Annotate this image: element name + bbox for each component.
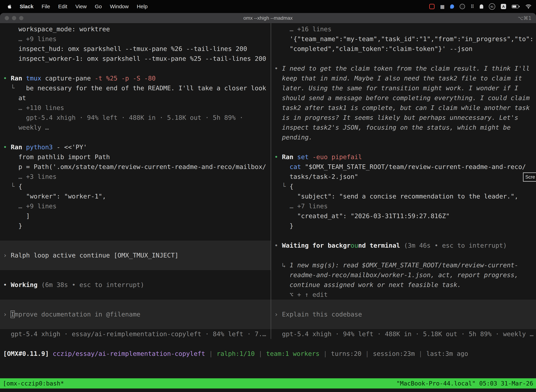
menu-item[interactable]: Edit [58, 4, 67, 9]
terminal-line [0, 290, 271, 300]
terminal-line: inspect_hud: omx sparkshell --tmux-pane … [0, 44, 271, 54]
terminal-line: inspect task2's JSON, focusing on the st… [271, 123, 536, 132]
window-title-bar[interactable]: omx --xhigh --madmax ⌥⌘1 [0, 13, 536, 23]
terminal-line: gpt-5.4 xhigh · essay/ai-reimplementatio… [0, 329, 271, 339]
terminal-line [271, 300, 536, 309]
terminal-line [271, 142, 536, 152]
menu-item[interactable]: Help [137, 4, 148, 9]
terminal-line: ⌥ + ↑ edit [271, 290, 536, 300]
omx-status-bar: [OMX#0.11.9] cczip/essay/ai-reimplementa… [0, 349, 536, 359]
terminal-line [0, 231, 271, 241]
ghost-icon[interactable] [480, 5, 483, 9]
terminal-line: should send a message before completing … [271, 93, 536, 103]
terminal-line [271, 54, 536, 64]
terminal-line: keep that in mind. Maybe I also need the… [271, 73, 536, 83]
close-window-button[interactable] [5, 16, 9, 20]
battery-icon[interactable] [512, 5, 520, 9]
terminal-line: cat "$OMX_TEAM_STATE_ROOT/team/review-cu… [271, 162, 536, 172]
window-shortcut-hint: ⌥⌘1 [518, 15, 531, 21]
screen-share-overlay-label: Scre [525, 174, 535, 180]
terminal-line: continue assigned work or next feasible … [271, 280, 536, 290]
terminal-line [271, 319, 536, 329]
terminal-line: pending. [271, 132, 536, 142]
terminal-line [271, 250, 536, 260]
terminal-line [0, 270, 271, 280]
terminal-line: • Ran python3 - <<'PY' [0, 142, 271, 152]
omx-session-status-line: [OMX#0.11.9] cczip/essay/ai-reimplementa… [0, 349, 536, 359]
menu-item[interactable]: Window [110, 4, 129, 9]
input-source-icon[interactable]: A [501, 4, 506, 9]
terminal-line: tasks/task-2.json" [271, 172, 536, 182]
terminal-line: from pathlib import Path [0, 152, 271, 162]
wifi-icon[interactable] [526, 4, 531, 9]
terminal-line: "completed","claim_token":"claim-token"}… [271, 44, 536, 54]
left-terminal-pane[interactable]: workspace_mode: worktree … +9 lines insp… [0, 23, 271, 339]
tmux-session-label: [omx-cczip0:bash* [3, 380, 64, 387]
terminal-line: • I need to get the claim token from the… [271, 64, 536, 73]
terminal-line: weekly … [0, 123, 271, 132]
blue-app-icon[interactable] [450, 5, 454, 9]
terminal-line [0, 132, 271, 142]
ralph-loop-status-line: › Ralph loop active continue [OMX_TMUX_I… [0, 250, 271, 260]
menu-items: FileEditViewGoWindowHelp [42, 4, 148, 9]
menu-item[interactable]: View [75, 4, 86, 9]
terminal-line: "worker": "worker-1", [0, 191, 271, 201]
terminal-line: … +16 lines [271, 24, 536, 34]
app-grid-icon[interactable]: ⠿ [471, 4, 474, 9]
menu-item[interactable]: File [42, 4, 50, 9]
menu-bar-status-icons: ▦ ⠿ 61 A [429, 3, 536, 10]
apple-menu-icon[interactable] [7, 4, 12, 9]
active-app-name[interactable]: Slack [20, 4, 34, 9]
terminal-line: gpt-5.4 xhigh · 94% left · 488K in · 5.1… [271, 329, 536, 339]
terminal-line: … +3 lines [0, 172, 271, 182]
window-grid-icon[interactable]: ▦ [440, 4, 445, 9]
terminal-line: • Waiting for background terminal (3m 46… [271, 241, 536, 250]
terminal-line: readme-and-reco/mailbox/worker-1.json, a… [271, 270, 536, 280]
screen-recording-icon[interactable] [429, 4, 435, 9]
terminal-line [0, 300, 271, 309]
terminal-line [0, 241, 271, 250]
terminal-line: └ be necessary for the end of the README… [0, 83, 271, 93]
tmux-status-bar: [omx-cczip0:bash* "MacBook-Pro-44.local"… [0, 378, 536, 388]
terminal-line: task2 after task1 is complete, but can I… [271, 103, 536, 113]
terminal-line: └ { [0, 182, 271, 191]
terminal-line: ] [0, 211, 271, 221]
dark-app-icon[interactable] [460, 4, 465, 9]
minimize-window-button[interactable] [12, 16, 16, 20]
terminal-line: } [271, 221, 536, 231]
terminal-line: '{"team_name":"my-team","task_id":"1","f… [271, 34, 536, 44]
tmux-host-clock-label: "MacBook-Pro-44.local" 05:03 31-Mar-26 [396, 380, 533, 387]
zoom-window-button[interactable] [19, 16, 23, 20]
terminal-line: inspect_worker-1: omx sparkshell --tmux-… [0, 54, 271, 64]
terminal-line: } [0, 221, 271, 231]
terminal-line: "subject": "send a concise recommendatio… [271, 191, 536, 201]
prompt-suggestion-line: › Explain this codebase [271, 309, 536, 319]
terminal-line: • Working (6m 38s • esc to interrupt) [0, 280, 271, 290]
terminal-line: … +9 lines [0, 201, 271, 211]
terminal-line: … +7 lines [271, 201, 536, 211]
terminal-line: at [0, 93, 271, 103]
terminal-line: … +9 lines [0, 34, 271, 44]
terminal-line: "created_at": "2026-03-31T11:59:27.816Z" [271, 211, 536, 221]
menu-bar: Slack FileEditViewGoWindowHelp ▦ ⠿ 61 A [0, 0, 536, 13]
terminal-line: gpt-5.4 xhigh · 94% left · 488K in · 5.1… [0, 113, 271, 123]
terminal-line [0, 319, 271, 329]
battery-percent-icon[interactable]: 61 [489, 3, 495, 10]
traffic-lights [5, 16, 23, 20]
terminal-line: ↳ 1 new msg(s): read $OMX_TEAM_STATE_ROO… [271, 260, 536, 270]
terminal-line: p = Path('.omx/state/team/review-current… [0, 162, 271, 172]
terminal-line: workspace_mode: worktree [0, 24, 271, 34]
terminal-line [0, 64, 271, 73]
terminal-line: is in progress? It seems likely but perh… [271, 113, 536, 123]
menu-item[interactable]: Go [95, 4, 102, 9]
screen-share-overlay[interactable]: Scre [523, 173, 536, 182]
right-terminal-pane[interactable]: … +16 lines '{"team_name":"my-team","tas… [271, 23, 536, 339]
terminal-line: later. Using the same for transition mig… [271, 83, 536, 93]
terminal-line: • Ran tmux capture-pane -t %25 -p -S -80 [0, 73, 271, 83]
terminal-line: • Ran set -euo pipefail [271, 152, 536, 162]
window-title: omx --xhigh --madmax [243, 15, 293, 21]
terminal-line [0, 260, 271, 270]
terminal-line [271, 231, 536, 241]
terminal-line: └ { [271, 182, 536, 191]
terminal-line: … +110 lines [0, 103, 271, 113]
